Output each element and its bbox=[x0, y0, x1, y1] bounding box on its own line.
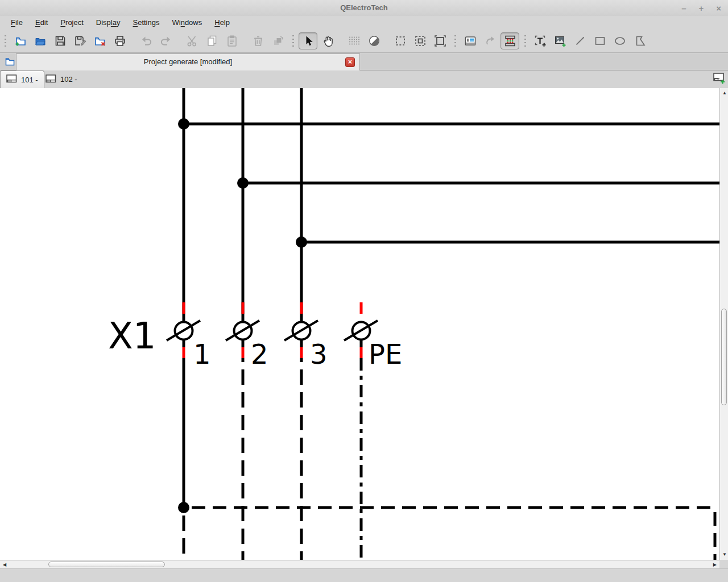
terminal-2[interactable] bbox=[226, 88, 719, 560]
delete-button[interactable] bbox=[249, 32, 267, 49]
project-tab[interactable]: Project generate [modified] × bbox=[16, 53, 360, 70]
unfold-button[interactable] bbox=[481, 32, 499, 49]
unfold-icon bbox=[484, 35, 497, 47]
draw-ellipse-button[interactable] bbox=[610, 32, 629, 49]
folio-tab-bar: 101 -102 - bbox=[0, 70, 728, 88]
grid-icon bbox=[348, 35, 361, 47]
scroll-up-icon[interactable]: ▲ bbox=[722, 91, 727, 95]
menu-windows[interactable]: Windows bbox=[166, 16, 208, 30]
copy-button[interactable] bbox=[202, 32, 221, 49]
close-icon[interactable]: × bbox=[716, 4, 721, 13]
close-icon: × bbox=[348, 58, 352, 66]
toolbar-spacer bbox=[176, 32, 182, 49]
folio-tab-label: 102 - bbox=[60, 75, 77, 84]
grid-button[interactable] bbox=[345, 32, 363, 49]
open-project-button[interactable] bbox=[31, 32, 49, 49]
scroll-left-icon[interactable]: ◀ bbox=[3, 563, 6, 567]
menu-help[interactable]: Help bbox=[208, 16, 236, 30]
junction-dot bbox=[296, 236, 307, 248]
select-expand-button[interactable] bbox=[411, 32, 429, 49]
select-tool-button[interactable] bbox=[299, 32, 317, 49]
add-image-button[interactable] bbox=[551, 32, 569, 49]
menu-file[interactable]: File bbox=[5, 16, 29, 30]
pan-tool-icon bbox=[322, 35, 334, 47]
toolbar-handle[interactable] bbox=[292, 34, 295, 48]
menu-project[interactable]: Project bbox=[54, 16, 89, 30]
pan-tool-button[interactable] bbox=[318, 32, 337, 49]
terminal-label-PE[interactable]: PE bbox=[369, 338, 402, 370]
select-frame-button[interactable] bbox=[431, 32, 449, 49]
add-text-button[interactable] bbox=[531, 32, 549, 49]
cut-button[interactable] bbox=[183, 32, 201, 49]
delete-icon bbox=[252, 35, 264, 47]
new-project-button[interactable] bbox=[11, 32, 30, 49]
toolbar-handle[interactable] bbox=[524, 34, 527, 48]
conductor-list-button[interactable] bbox=[461, 32, 479, 49]
draw-rectangle-button[interactable] bbox=[590, 32, 609, 49]
undo-button[interactable] bbox=[136, 32, 155, 49]
horizontal-scrollbar-thumb[interactable] bbox=[48, 562, 165, 567]
horizontal-scrollbar[interactable]: ◀ ▶ bbox=[0, 560, 719, 568]
diagram-canvas[interactable]: 123PEX1 bbox=[0, 88, 719, 560]
select-area-button[interactable] bbox=[391, 32, 410, 49]
junction-dot bbox=[178, 118, 189, 130]
terminal-strip-icon bbox=[504, 35, 516, 47]
scroll-down-icon[interactable]: ▼ bbox=[722, 552, 727, 557]
save-as-icon bbox=[74, 35, 86, 47]
menu-display[interactable]: Display bbox=[90, 16, 127, 30]
component-label[interactable]: X1 bbox=[108, 315, 156, 357]
transform-button[interactable] bbox=[268, 32, 287, 49]
close-project-button[interactable] bbox=[90, 32, 109, 49]
terminal-label-2[interactable]: 2 bbox=[251, 338, 268, 370]
contrast-button[interactable] bbox=[365, 32, 383, 49]
folio-tab-102[interactable]: 102 - bbox=[40, 70, 83, 88]
terminal-strip-button[interactable] bbox=[500, 32, 519, 49]
draw-line-icon bbox=[574, 35, 586, 47]
add-folio-icon bbox=[713, 73, 726, 86]
toolbar-handle[interactable] bbox=[4, 34, 7, 48]
toolbar-spacer bbox=[242, 32, 248, 49]
save-button[interactable] bbox=[51, 32, 69, 49]
draw-line-button[interactable] bbox=[570, 32, 589, 49]
folio-tab-101[interactable]: 101 - bbox=[0, 70, 44, 88]
terminal-label-1[interactable]: 1 bbox=[193, 338, 211, 370]
project-folder-icon bbox=[5, 57, 15, 69]
vertical-scrollbar[interactable]: ▲ ▼ bbox=[719, 88, 728, 560]
junction-dot bbox=[237, 177, 249, 189]
new-project-icon bbox=[14, 35, 27, 47]
terminal-label-3[interactable]: 3 bbox=[310, 338, 328, 370]
maximize-icon[interactable]: + bbox=[698, 4, 704, 13]
folio-icon bbox=[46, 74, 56, 85]
select-tool-icon bbox=[302, 35, 315, 47]
draw-rectangle-icon bbox=[594, 35, 606, 47]
scrollbar-corner bbox=[719, 560, 728, 568]
project-tab-title: Project generate [modified] bbox=[16, 54, 359, 70]
draw-polygon-icon bbox=[634, 35, 646, 47]
project-tab-bar: Project generate [modified] × bbox=[0, 53, 728, 70]
terminal-3[interactable] bbox=[284, 88, 719, 560]
project-tab-close-button[interactable]: × bbox=[345, 57, 355, 67]
toolbar-spacer bbox=[338, 32, 344, 49]
draw-polygon-button[interactable] bbox=[630, 32, 649, 49]
paste-button[interactable] bbox=[222, 32, 241, 49]
window-title: QElectroTech bbox=[0, 0, 728, 16]
vertical-scrollbar-thumb[interactable] bbox=[721, 309, 727, 405]
print-button[interactable] bbox=[110, 32, 129, 49]
menu-settings[interactable]: Settings bbox=[126, 16, 166, 30]
status-bar bbox=[0, 568, 728, 582]
select-expand-icon bbox=[414, 35, 427, 47]
draw-ellipse-icon bbox=[614, 35, 626, 47]
title-bar[interactable]: QElectroTech –+× bbox=[0, 0, 728, 16]
add-folio-button[interactable] bbox=[713, 73, 726, 86]
toolbar-handle[interactable] bbox=[454, 34, 457, 48]
copy-icon bbox=[206, 35, 218, 47]
contrast-icon bbox=[368, 35, 380, 47]
close-project-icon bbox=[94, 35, 106, 47]
save-as-button[interactable] bbox=[71, 32, 89, 49]
menu-edit[interactable]: Edit bbox=[29, 16, 54, 30]
bottom-bus-wire[interactable] bbox=[184, 508, 715, 560]
minimize-icon[interactable]: – bbox=[681, 4, 686, 13]
redo-button[interactable] bbox=[156, 32, 175, 49]
scroll-right-icon[interactable]: ▶ bbox=[713, 563, 717, 567]
cut-icon bbox=[186, 35, 198, 47]
